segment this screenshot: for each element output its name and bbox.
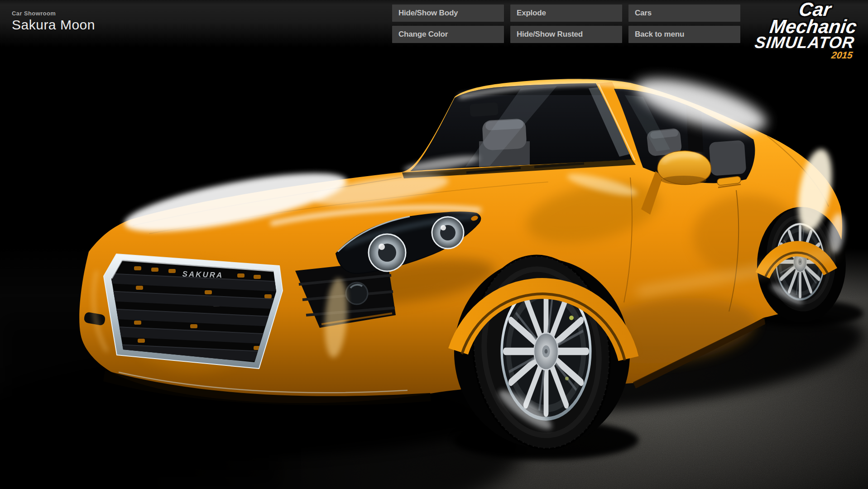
game-logo: Car Mechanic SIMULATOR 2015 xyxy=(753,1,860,60)
change-color-button[interactable]: Change Color xyxy=(392,26,504,43)
hide-show-rusted-button[interactable]: Hide/Show Rusted xyxy=(510,26,622,43)
explode-button[interactable]: Explode xyxy=(510,5,622,22)
front-grille: SAKURA xyxy=(104,254,283,369)
showroom-toolbar: Hide/Show Body Explode Cars Change Color… xyxy=(392,5,740,43)
showroom-header: Car Showroom Sakura Moon xyxy=(12,10,95,33)
game-window: SAKURA xyxy=(0,0,868,489)
page-title: Sakura Moon xyxy=(12,17,95,33)
hide-show-body-button[interactable]: Hide/Show Body xyxy=(392,5,504,22)
logo-text-year: 2015 xyxy=(753,51,853,60)
breadcrumb: Car Showroom xyxy=(12,10,95,17)
cars-button[interactable]: Cars xyxy=(628,5,740,22)
rearview-mirror xyxy=(470,102,499,117)
back-to-menu-button[interactable]: Back to menu xyxy=(628,26,740,43)
logo-text-mechanic: Mechanic xyxy=(756,18,858,35)
fog-light xyxy=(346,283,368,304)
logo-text-simulator: SIMULATOR xyxy=(754,35,855,50)
top-bar: Car Showroom Sakura Moon Hide/Show Body … xyxy=(0,0,868,47)
grille-badge: SAKURA xyxy=(182,269,223,279)
showroom-3d-view[interactable]: SAKURA xyxy=(0,0,868,489)
